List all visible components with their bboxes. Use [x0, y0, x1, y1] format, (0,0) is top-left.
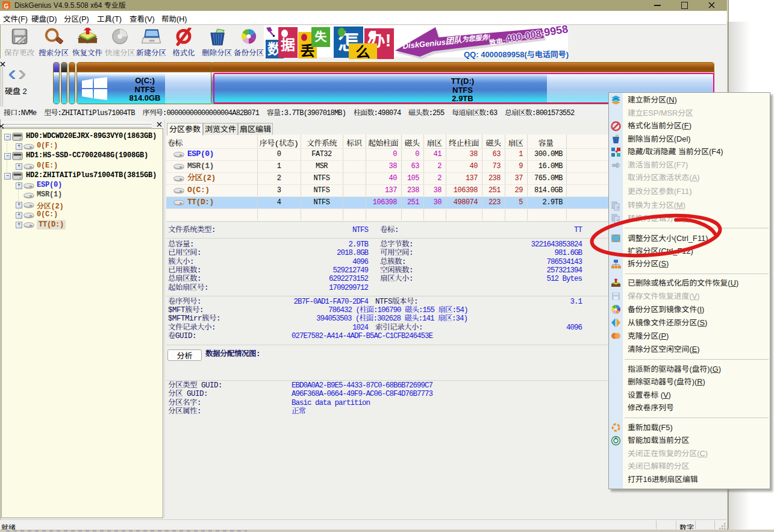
svg-text:400-008-9958: 400-008-9958: [505, 24, 569, 45]
svg-text:QQ: 4000089958(与电话同号): QQ: 4000089958(与电话同号): [464, 50, 569, 59]
